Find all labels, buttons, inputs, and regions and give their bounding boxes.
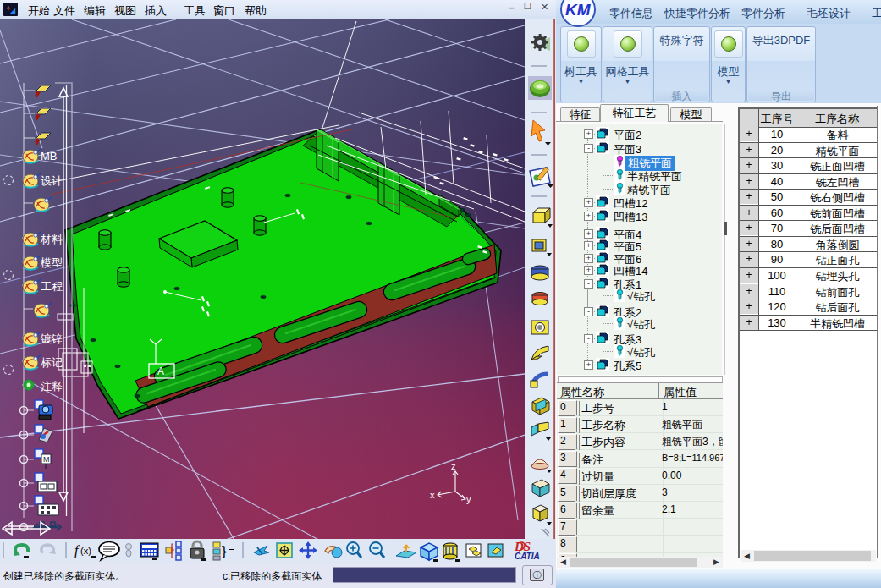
svg-text:设计: 设计 (41, 174, 63, 187)
svg-text:(x): (x) (80, 546, 91, 556)
svg-text:工程: 工程 (41, 280, 63, 293)
svg-text:标记: 标记 (41, 356, 63, 369)
svg-text:}: } (222, 543, 227, 559)
svg-text:MB: MB (41, 150, 58, 162)
svg-text:=: = (229, 545, 234, 557)
svg-text:模型: 模型 (40, 256, 63, 269)
svg-text:镀锌: 镀锌 (40, 332, 63, 345)
svg-text:z: z (451, 461, 456, 471)
svg-text:CATIA: CATIA (515, 552, 540, 561)
svg-text:注释: 注释 (41, 380, 63, 393)
svg-text:材料: 材料 (40, 233, 63, 245)
svg-text:x: x (430, 490, 435, 500)
svg-text:A: A (157, 365, 164, 377)
svg-text:y: y (466, 494, 471, 504)
svg-text:M: M (43, 455, 50, 464)
